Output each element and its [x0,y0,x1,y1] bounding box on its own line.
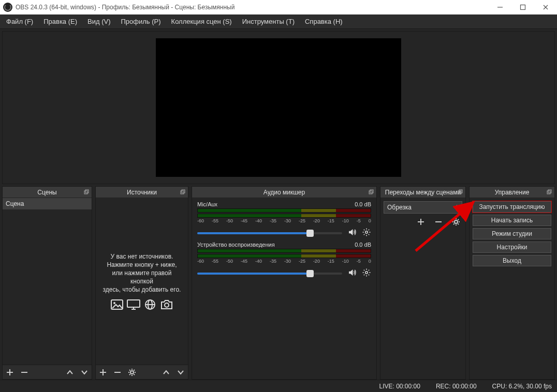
sources-empty-state: У вас нет источников. Нажмите кнопку + н… [96,198,188,365]
transition-selected-label: Обрезка [387,204,412,211]
app-logo-icon [3,3,12,12]
menu-view[interactable]: Вид (V) [83,16,114,27]
image-icon [110,299,124,310]
gear-icon[interactable] [362,228,371,238]
menu-profile[interactable]: Профиль (P) [117,16,165,27]
transition-properties-button[interactable] [451,217,461,227]
status-live: LIVE: 00:00:00 [379,383,420,390]
undock-icon[interactable] [83,189,90,195]
dock-sources: Источники У вас нет источников. Нажмите … [95,186,188,380]
svg-rect-13 [127,300,140,307]
status-cpu: CPU: 6.2%, 30.00 fps [492,383,552,390]
svg-rect-4 [84,191,87,194]
svg-rect-35 [548,190,551,193]
spinner-icon[interactable]: ▲▼ [455,204,459,211]
studio-mode-button[interactable]: Режим студии [473,228,551,239]
svg-point-23 [130,371,134,374]
dock-sources-title: Источники [127,189,157,196]
window-titlebar: OBS 24.0.3 (64-bit, windows) - Профиль: … [0,0,557,14]
svg-point-26 [365,231,368,234]
start-recording-button[interactable]: Начать запись [473,215,551,226]
menu-file[interactable]: Файл (F) [2,16,37,27]
dock-controls: Управление Запустить трансляцию Начать з… [469,186,555,380]
sources-move-up-button[interactable] [161,367,171,378]
sources-add-button[interactable] [98,367,108,378]
mixer-volume-slider[interactable] [197,273,342,275]
speaker-icon[interactable] [347,228,357,238]
dock-transitions: Переходы между сценами Обрезка ▲▼ [380,186,466,380]
undock-icon[interactable] [180,189,186,195]
sources-remove-button[interactable] [112,367,123,378]
svg-rect-10 [182,190,185,193]
settings-button[interactable]: Настройки [473,242,551,253]
preview-area[interactable] [2,31,555,184]
dock-controls-title: Управление [495,189,530,196]
sources-properties-button[interactable] [127,367,137,378]
exit-button[interactable]: Выход [473,255,551,266]
scene-item[interactable]: Сцена [3,198,92,209]
menu-help[interactable]: Справка (H) [301,16,347,27]
mixer-volume-slider[interactable] [197,232,342,234]
dock-sources-header: Источники [96,187,188,198]
mixer-channel-name: Mic/Aux [197,201,217,207]
window-title: OBS 24.0.3 (64-bit, windows) - Профиль: … [16,4,489,11]
svg-point-27 [365,272,368,274]
sources-empty-text: У вас нет источников. Нажмите кнопку + н… [101,252,183,294]
dock-mixer-title: Аудио микшер [263,189,305,196]
window-maximize-button[interactable] [511,0,534,14]
scenes-add-button[interactable] [5,367,15,378]
svg-rect-29 [459,190,462,193]
mixer-ticks: -60-55-50-45-40-35-30-25-20-15-10-50 [197,259,371,264]
menubar: Файл (F) Правка (E) Вид (V) Профиль (P) … [0,14,557,29]
status-rec: REC: 00:00:00 [436,383,477,390]
svg-rect-9 [181,191,184,194]
dock-scenes: Сцены Сцена [2,186,92,380]
mixer-ticks: -60-55-50-45-40-35-30-25-20-15-10-50 [197,218,371,223]
undock-icon[interactable] [368,189,374,195]
menu-scenes[interactable]: Коллекция сцен (S) [167,16,236,27]
preview-canvas [156,38,401,177]
mixer-meter [197,249,371,253]
globe-icon [143,299,157,310]
mixer-meter [197,214,371,218]
transition-remove-button[interactable] [433,217,444,227]
undock-icon[interactable] [546,189,552,195]
mixer-meter [197,254,371,258]
speaker-icon[interactable] [347,268,357,279]
window-minimize-button[interactable] [489,0,511,14]
dock-mixer: Аудио микшер Mic/Aux 0.0 dB -60-55-50-45… [192,186,377,380]
svg-point-12 [113,302,115,304]
mixer-channel: Mic/Aux 0.0 dB -60-55-50-45-40-35-30-25-… [192,198,376,238]
scenes-move-up-button[interactable] [65,367,75,378]
window-close-button[interactable] [534,0,557,14]
mixer-channel-level: 0.0 dB [355,242,371,248]
status-bar: LIVE: 00:00:00 REC: 00:00:00 CPU: 6.2%, … [0,380,557,392]
start-streaming-button[interactable]: Запустить трансляцию [473,201,551,213]
display-icon [127,299,140,310]
gear-icon[interactable] [362,268,371,279]
mixer-channel-name: Устройство воспроизведения [197,242,275,248]
camera-icon [160,299,173,310]
dock-controls-header: Управление [470,187,554,198]
svg-point-33 [455,220,458,223]
svg-rect-1 [521,5,525,10]
menu-edit[interactable]: Правка (E) [39,16,81,27]
scenes-remove-button[interactable] [19,367,30,378]
transition-add-button[interactable] [416,217,426,227]
dock-transitions-header: Переходы между сценами [380,187,465,198]
dock-scenes-header: Сцены [3,187,92,198]
dock-transitions-title: Переходы между сценами [385,189,461,196]
dock-mixer-header: Аудио микшер [192,187,376,198]
menu-tools[interactable]: Инструменты (T) [238,16,299,27]
svg-rect-24 [369,191,372,194]
scenes-move-down-button[interactable] [79,367,90,378]
mixer-channel: Устройство воспроизведения 0.0 dB -60-55… [192,238,376,279]
svg-rect-25 [370,190,373,193]
mixer-channel-level: 0.0 dB [355,201,371,207]
svg-point-19 [165,303,169,307]
svg-rect-5 [85,190,89,193]
transition-select[interactable]: Обрезка ▲▼ [384,201,462,214]
sources-move-down-button[interactable] [175,367,186,378]
svg-rect-28 [458,191,461,194]
undock-icon[interactable] [457,189,463,195]
